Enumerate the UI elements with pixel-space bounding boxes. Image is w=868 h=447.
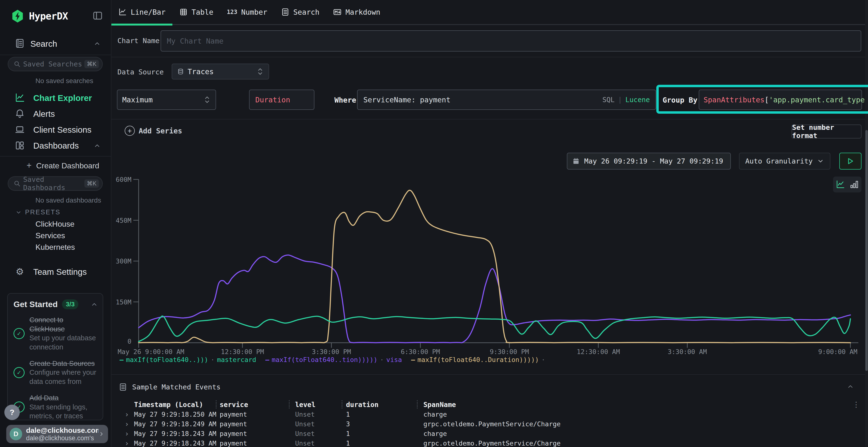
aggregation-select[interactable]: Maximum xyxy=(117,90,216,110)
get-started-item-desc: Start sending logs, metrics, or traces xyxy=(29,403,96,421)
preset-kubernetes[interactable]: Kubernetes xyxy=(35,243,75,252)
brand-row: HyperDX xyxy=(0,7,111,27)
scrollbar-thumb[interactable] xyxy=(865,130,868,371)
scrollbar-track[interactable] xyxy=(865,0,868,447)
chevron-up-icon[interactable] xyxy=(94,40,101,47)
column-resize-handle[interactable] xyxy=(289,400,289,409)
plus-icon: + xyxy=(27,161,32,171)
client-sessions-label: Client Sessions xyxy=(33,125,91,135)
timeseries-chart[interactable]: 0150M300M450M600MMay 26 9:00:00 AM12:30:… xyxy=(0,0,868,447)
event-row[interactable]: ›May 27 9:29:18.250 AMpaymentUnset1charg… xyxy=(125,409,863,419)
column-resize-handle[interactable] xyxy=(342,400,342,409)
select-arrows-icon xyxy=(256,67,264,76)
row-expand-icon[interactable]: › xyxy=(125,429,134,438)
legend-item-empty-group[interactable]: — maxIf(toFloat640..Duration))))) · xyxy=(411,356,545,364)
svg-text:3:30:00 PM: 3:30:00 PM xyxy=(312,348,351,355)
column-service[interactable]: service xyxy=(220,401,248,409)
hyperdx-app: HyperDX Search Saved Searches ⌘K No save… xyxy=(0,0,868,447)
legend-separator: · xyxy=(380,356,384,364)
legend-line-swatch: — xyxy=(265,356,269,364)
presets-toggle[interactable]: PRESETS xyxy=(16,209,61,216)
row-expand-icon[interactable]: › xyxy=(125,420,134,428)
divider xyxy=(112,374,868,375)
preset-services[interactable]: Services xyxy=(35,231,65,240)
saved-searches-input[interactable]: Saved Searches ⌘K xyxy=(8,57,103,71)
legend-item-mastercard[interactable]: — maxIf(toFloat640..))) · mastercard xyxy=(120,356,256,364)
event-cell: payment xyxy=(220,411,295,418)
preset-clickhouse[interactable]: ClickHouse xyxy=(35,220,74,229)
column-resize-handle[interactable] xyxy=(417,400,417,409)
event-cell: Unset xyxy=(295,440,346,447)
get-started-item[interactable]: ✓ Connect to ClickHouse Set up your data… xyxy=(13,315,98,352)
sidebar-item-chart-explorer[interactable]: Chart Explorer xyxy=(0,93,111,104)
sidebar-item-alerts[interactable]: Alerts xyxy=(0,108,111,120)
column-spanname[interactable]: SpanName xyxy=(424,401,456,409)
divider xyxy=(112,119,868,119)
legend-item-visa[interactable]: — maxIf(toFloat640..tion))))) · visa xyxy=(265,356,402,364)
get-started-item-desc: Set up your database connection xyxy=(29,334,96,352)
field-input[interactable]: Duration xyxy=(249,90,314,110)
sidebar-item-dashboards[interactable]: Dashboards xyxy=(0,140,111,152)
get-started-item[interactable]: ✓ Add Data Start sending logs, metrics, … xyxy=(13,393,98,421)
user-subtitle: dale@clickhouse.com's xyxy=(26,435,98,442)
search-section-label: Search xyxy=(30,39,57,49)
tab-search[interactable]: Search xyxy=(274,0,326,25)
data-source-select[interactable]: Traces xyxy=(172,64,269,79)
sidebar-collapse-icon[interactable] xyxy=(92,10,103,21)
events-table-body: ›May 27 9:29:18.250 AMpaymentUnset1charg… xyxy=(125,409,863,447)
saved-dashboards-input[interactable]: Saved Dashboards ⌘K xyxy=(8,176,103,191)
tab-table[interactable]: Table xyxy=(173,0,220,25)
group-by-input[interactable]: SpanAttributes['app.payment.card_type'] xyxy=(699,90,862,110)
get-started-item-title: Add Data xyxy=(29,393,96,403)
tab-number[interactable]: 123 Number xyxy=(220,0,274,25)
row-expand-icon[interactable]: › xyxy=(125,439,134,447)
event-cell: 1 xyxy=(346,430,424,437)
bar-chart-toggle-icon[interactable] xyxy=(849,180,859,189)
column-timestamp[interactable]: Timestamp (Local) xyxy=(134,401,203,409)
create-dashboard-button[interactable]: + Create Dashboard xyxy=(0,161,111,171)
add-series-button[interactable]: + Add Series xyxy=(125,126,182,136)
where-input[interactable]: ServiceName: payment SQL | Lucene xyxy=(357,90,656,110)
event-cell: payment xyxy=(220,440,295,447)
chevron-down-icon xyxy=(817,158,824,165)
aggregation-value: Maximum xyxy=(122,96,153,104)
event-cell: 3 xyxy=(346,420,424,428)
sql-toggle-option[interactable]: SQL xyxy=(602,96,615,104)
legend-line-swatch: — xyxy=(411,356,415,364)
event-row[interactable]: ›May 27 9:29:18.243 AMpaymentUnset1grpc.… xyxy=(125,438,863,447)
chevron-up-icon[interactable] xyxy=(91,301,98,308)
tab-line-bar[interactable]: Line/Bar xyxy=(112,0,173,25)
collapse-chevron-icon[interactable] xyxy=(847,383,854,390)
calendar-icon xyxy=(572,157,580,165)
sidebar-item-client-sessions[interactable]: Client Sessions xyxy=(0,124,111,136)
chart-name-input[interactable]: My Chart Name xyxy=(161,30,861,51)
row-expand-icon[interactable]: › xyxy=(125,410,134,419)
event-row[interactable]: ›May 27 9:29:18.249 AMpaymentUnset3grpc.… xyxy=(125,419,863,429)
chevron-up-icon[interactable] xyxy=(94,142,101,149)
sidebar-item-team-settings[interactable]: ⚙ Team Settings xyxy=(0,266,111,278)
create-dashboard-label: Create Dashboard xyxy=(36,161,99,170)
avatar: D xyxy=(10,428,22,440)
sidebar-section-search[interactable]: Search xyxy=(0,38,111,49)
column-resize-handle[interactable] xyxy=(216,400,217,409)
get-started-item[interactable]: ✓ Create Data Sources Configure where yo… xyxy=(13,359,98,386)
event-cell: May 27 9:29:18.243 AM xyxy=(134,430,220,437)
set-number-format-button[interactable]: Set number format xyxy=(792,125,862,138)
lucene-toggle-option[interactable]: Lucene xyxy=(625,96,650,104)
date-range-picker[interactable]: May 26 09:29:19 - May 27 09:29:19 xyxy=(567,153,731,170)
event-row[interactable]: ›May 27 9:29:18.243 AMpaymentUnset1charg… xyxy=(125,429,863,438)
user-menu[interactable]: D dale@clickhouse.com dale@clickhouse.co… xyxy=(6,425,108,443)
column-level[interactable]: level xyxy=(295,401,315,409)
table-options-icon[interactable]: ⋮ xyxy=(852,400,860,409)
granularity-select[interactable]: Auto Granularity xyxy=(739,153,830,170)
tab-markdown[interactable]: Markdown xyxy=(326,0,387,25)
search-section-icon xyxy=(14,38,25,49)
help-button[interactable]: ? xyxy=(4,405,20,420)
run-query-button[interactable] xyxy=(839,153,862,170)
chart-legend: — maxIf(toFloat640..))) · mastercard — m… xyxy=(120,356,545,364)
svg-text:12:30:00 PM: 12:30:00 PM xyxy=(221,348,264,355)
event-cell: Unset xyxy=(295,420,346,428)
line-chart-toggle-icon[interactable] xyxy=(835,180,845,189)
column-duration[interactable]: duration xyxy=(346,401,378,409)
divider xyxy=(112,57,868,57)
